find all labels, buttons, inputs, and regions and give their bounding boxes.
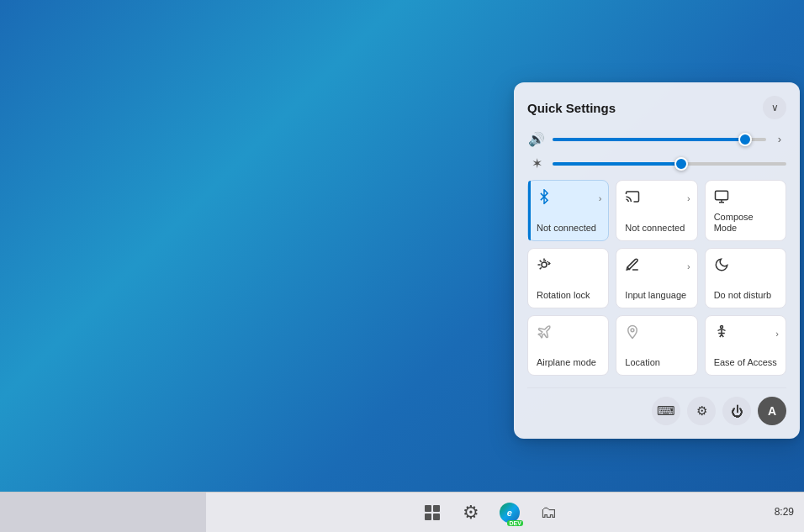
brightness-icon: ✶ [527,155,546,171]
dnd-icon [714,257,729,275]
cast-icon [625,189,640,207]
keyboard-button[interactable]: ⌨ [652,397,680,425]
tile-top: › [714,324,779,342]
brightness-fill [553,162,681,166]
volume-arrow[interactable]: › [773,133,786,145]
tile-top [537,324,601,342]
file-explorer-icon: 🗂 [540,503,557,522]
airplane-icon [537,324,552,342]
power-icon: ⏻ [731,404,743,419]
quick-settings-grid: › Not connected › Not connected [527,180,786,376]
rotation-tile[interactable]: Rotation lock [527,248,609,308]
tile-top [714,189,779,207]
taskbar-file-explorer-button[interactable]: 🗂 [533,498,563,528]
location-tile[interactable]: Location [616,315,697,376]
dev-badge: DEV [507,520,522,526]
taskbar-center: ⚙ e DEV 🗂 [206,498,775,528]
edge-dev-icon: e DEV [500,503,520,523]
rotation-label: Rotation lock [537,290,601,301]
compose-icon [714,189,729,207]
gear-icon: ⚙ [696,403,707,419]
rotation-icon [537,257,552,275]
compose-label: Compose Mode [714,212,779,234]
svg-point-5 [720,326,722,329]
desktop: Quick Settings ∨ 🔊 › ✶ [0,0,804,532]
settings-button[interactable]: ⚙ [687,397,716,425]
input-language-tile[interactable]: › Input language [616,248,697,308]
chevron-icon: › [687,261,690,271]
volume-slider[interactable] [553,138,766,141]
power-button[interactable]: ⏻ [722,397,751,425]
taskbar-right: 8:29 [775,505,804,519]
ease-access-icon [714,324,729,342]
system-clock[interactable]: 8:29 [775,505,794,519]
tile-top: › [625,257,690,275]
volume-thumb[interactable] [738,133,752,146]
chevron-icon: › [775,329,779,339]
dnd-label: Do not disturb [714,290,779,301]
bluetooth-tile[interactable]: › Not connected [527,180,609,241]
taskbar-settings-button[interactable]: ⚙ [456,498,486,528]
svg-rect-1 [715,191,727,200]
svg-point-4 [631,329,634,332]
active-bar [528,181,531,240]
tile-top: › [537,189,601,207]
location-label: Location [625,357,690,368]
quick-settings-title: Quick Settings [527,101,616,115]
tile-top [537,257,601,275]
start-button[interactable] [417,498,447,528]
location-icon [625,324,640,342]
windows-logo-icon [425,505,440,520]
volume-icon: 🔊 [527,131,546,147]
ease-access-label: Ease of Access [714,357,779,368]
tile-top [714,257,779,275]
chevron-down-icon: ∨ [771,102,779,113]
ease-of-access-tile[interactable]: › Ease of Access [705,315,786,376]
input-language-label: Input language [625,290,690,301]
volume-slider-row: 🔊 › [527,131,786,147]
quick-settings-header: Quick Settings ∨ [527,96,786,119]
tile-top: › [625,189,690,207]
keyboard-icon: ⌨ [657,403,675,419]
brightness-thumb[interactable] [674,157,688,171]
clock-time: 8:29 [775,505,794,519]
compose-tile[interactable]: Compose Mode [705,180,786,241]
input-language-icon [625,257,640,275]
quick-settings-bottom-bar: ⌨ ⚙ ⏻ A [527,387,786,425]
chevron-icon: › [687,193,690,203]
brightness-slider-row: ✶ [527,155,786,171]
bluetooth-icon [537,189,552,207]
cast-tile[interactable]: › Not connected [616,180,697,241]
volume-fill [553,138,745,141]
airplane-tile[interactable]: Airplane mode [527,315,609,376]
settings-gear-icon: ⚙ [463,502,479,524]
taskbar-left-area [0,492,206,532]
chevron-icon: › [599,193,602,203]
bluetooth-label: Not connected [537,223,601,234]
brightness-slider[interactable] [553,162,786,166]
quick-settings-collapse-button[interactable]: ∨ [763,96,786,119]
airplane-label: Airplane mode [537,357,601,368]
quick-settings-panel: Quick Settings ∨ 🔊 › ✶ [514,82,800,439]
cast-label: Not connected [625,223,690,234]
tile-top [625,324,690,342]
taskbar-edge-button[interactable]: e DEV [495,498,525,528]
account-avatar[interactable]: A [758,397,786,425]
dnd-tile[interactable]: Do not disturb [705,248,786,308]
taskbar: ⚙ e DEV 🗂 8:29 [0,492,804,532]
